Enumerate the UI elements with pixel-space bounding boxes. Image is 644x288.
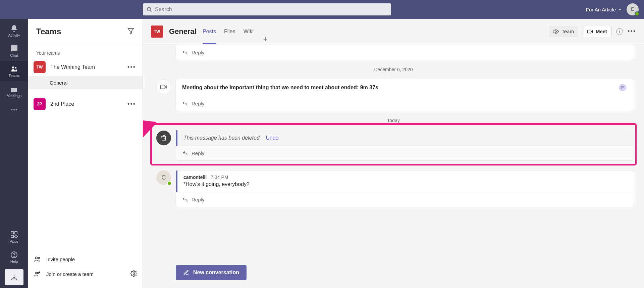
invite-people[interactable]: Invite people xyxy=(34,252,137,267)
sidebar-title: Teams xyxy=(36,27,61,36)
svg-rect-31 xyxy=(161,85,165,89)
message-card[interactable]: Meeting about the important thing that w… xyxy=(176,79,634,111)
undo-link[interactable]: Undo xyxy=(266,135,278,141)
rail-meetings[interactable]: Meetings xyxy=(0,81,28,101)
channel-row-general[interactable]: General xyxy=(28,76,143,89)
rail-more[interactable] xyxy=(10,101,18,118)
svg-marker-18 xyxy=(128,28,134,34)
add-tab-button[interactable]: ＋ xyxy=(262,34,269,44)
channel-tabs: Posts Files Wiki ＋ xyxy=(203,19,269,44)
channel-header: TW General Posts Files Wiki ＋ Team Meet … xyxy=(143,19,644,44)
svg-rect-5 xyxy=(11,87,17,88)
team-row-second[interactable]: 2P 2nd Place ••• xyxy=(28,95,143,113)
svg-point-3 xyxy=(15,67,17,69)
team-name: The Winning Team xyxy=(50,64,121,70)
rail-activity[interactable]: Activity xyxy=(0,21,28,41)
channel-title: General xyxy=(169,27,197,36)
rail-label: Apps xyxy=(10,239,18,243)
composer: New conversation xyxy=(176,265,247,280)
svg-point-23 xyxy=(35,272,37,274)
svg-point-8 xyxy=(11,109,13,110)
header-icons: i ••• xyxy=(616,28,636,35)
teams-icon xyxy=(10,65,18,73)
message-author: camontelli xyxy=(183,175,207,180)
info-button[interactable]: i xyxy=(616,28,623,35)
meet-button[interactable]: Meet xyxy=(583,26,611,37)
sidebar-header: Teams xyxy=(28,19,143,44)
profile-avatar[interactable]: C xyxy=(627,3,639,15)
svg-point-27 xyxy=(133,273,135,274)
teams-sidebar: Teams Your teams TW The Winning Team •••… xyxy=(28,19,143,288)
thread-prev: Reply xyxy=(153,45,634,60)
message-feed[interactable]: Reply December 6, 2020 Meeting about the… xyxy=(143,44,644,288)
message-text: *How's it going, everybody? xyxy=(177,180,634,192)
search-input[interactable] xyxy=(155,6,388,12)
team-more-button[interactable]: ••• xyxy=(126,62,137,72)
team-visibility-button[interactable]: Team xyxy=(549,26,578,37)
reply-button[interactable]: Reply xyxy=(176,45,634,60)
chevron-down-icon xyxy=(618,7,622,11)
message-card-deleted[interactable]: This message has been deleted. Undo Repl… xyxy=(176,130,634,161)
team-more-button[interactable]: ••• xyxy=(126,99,137,109)
tab-posts[interactable]: Posts xyxy=(203,19,216,44)
more-button[interactable]: ••• xyxy=(628,28,636,35)
tab-files[interactable]: Files xyxy=(224,19,235,44)
meeting-ended-label: Meeting about the important thing that w… xyxy=(182,85,378,91)
svg-point-9 xyxy=(13,109,15,110)
tab-wiki[interactable]: Wiki xyxy=(244,19,254,44)
svg-rect-17 xyxy=(12,279,17,280)
message-timestamp: 7:34 PM xyxy=(211,175,228,180)
calendar-icon xyxy=(10,85,18,93)
org-name: For An Article xyxy=(586,7,616,12)
rail-help[interactable]: Help xyxy=(0,247,28,267)
rail-chat[interactable]: Chat xyxy=(0,41,28,61)
search-box[interactable] xyxy=(143,3,391,15)
join-create-icon xyxy=(34,270,41,278)
manage-teams-button[interactable] xyxy=(130,270,137,278)
rail-label: Teams xyxy=(9,74,19,78)
rail-download[interactable] xyxy=(5,269,23,285)
reply-button[interactable]: Reply xyxy=(176,146,634,160)
message-card[interactable]: camontelli 7:34 PM *How's it going, ever… xyxy=(176,170,634,207)
presence-available-icon xyxy=(635,11,639,16)
filter-button[interactable] xyxy=(127,27,135,36)
section-your-teams: Your teams xyxy=(28,44,143,58)
reply-button[interactable]: Reply xyxy=(176,96,634,111)
team-btn-label: Team xyxy=(561,29,574,34)
team-avatar: 2P xyxy=(34,98,46,110)
reply-label: Reply xyxy=(192,101,204,106)
new-conversation-label: New conversation xyxy=(193,270,239,276)
filter-icon xyxy=(127,27,135,35)
join-create-team[interactable]: Join or create a team xyxy=(34,267,137,281)
rail-bottom: Apps Help xyxy=(0,227,28,288)
highlighted-region: This message has been deleted. Undo Repl… xyxy=(153,130,634,161)
rail-teams[interactable]: Teams xyxy=(0,61,28,81)
svg-point-19 xyxy=(35,257,37,259)
svg-point-28 xyxy=(555,31,557,32)
org-switcher[interactable]: For An Article xyxy=(586,7,622,12)
new-conversation-button[interactable]: New conversation xyxy=(176,265,247,280)
svg-line-1 xyxy=(150,10,151,11)
svg-point-20 xyxy=(38,257,40,259)
participant-badge: P xyxy=(619,84,626,91)
reply-button[interactable]: Reply xyxy=(176,192,634,207)
user-avatar[interactable]: C xyxy=(156,170,171,185)
svg-point-10 xyxy=(16,109,17,110)
team-avatar: TW xyxy=(34,61,46,73)
chat-icon xyxy=(10,45,18,53)
date-divider-today: Today xyxy=(153,118,634,123)
svg-point-2 xyxy=(12,66,14,68)
reply-icon xyxy=(182,101,188,107)
team-row-winning[interactable]: TW The Winning Team ••• xyxy=(28,58,143,76)
ellipsis-icon xyxy=(10,106,18,113)
sidebar-bottom: Invite people Join or create a team xyxy=(28,248,143,288)
deleted-text: This message has been deleted. xyxy=(183,135,261,141)
rail-apps[interactable]: Apps xyxy=(0,227,28,247)
reply-label: Reply xyxy=(192,150,204,156)
svg-rect-29 xyxy=(587,30,591,33)
meet-btn-label: Meet xyxy=(596,29,607,34)
rail-label: Chat xyxy=(10,53,18,57)
avatar-initial: C xyxy=(631,6,635,12)
reply-icon xyxy=(182,50,188,56)
gear-icon xyxy=(130,270,137,277)
